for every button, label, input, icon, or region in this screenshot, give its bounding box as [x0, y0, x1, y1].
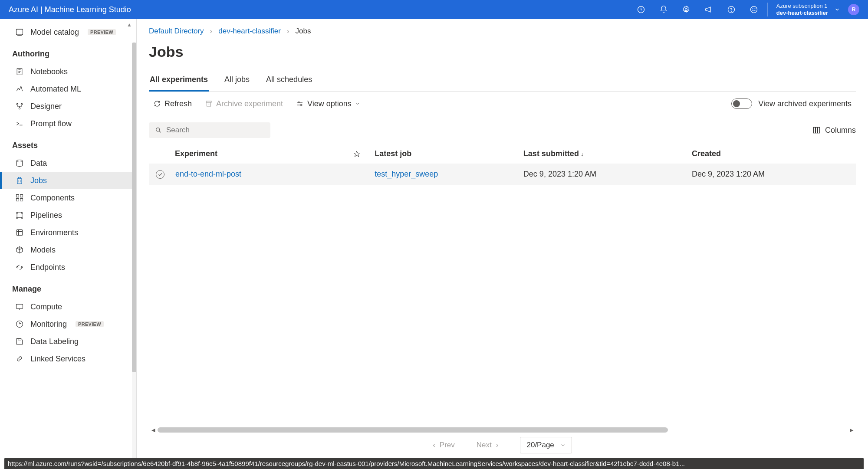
svg-point-6: [755, 9, 755, 9]
search-row: Columns: [149, 116, 856, 144]
labeling-icon: [15, 337, 24, 346]
sidebar-item-data-labeling[interactable]: Data Labeling: [0, 333, 136, 350]
svg-rect-21: [16, 230, 22, 235]
svg-point-17: [16, 212, 18, 213]
sidebar-item-environments[interactable]: Environments: [0, 224, 136, 241]
scrollbar-thumb[interactable]: [158, 427, 668, 433]
sidebar-item-label: Endpoints: [30, 263, 65, 272]
sidebar-section-manage: Manage: [0, 276, 136, 298]
sidebar-item-designer[interactable]: Designer: [0, 98, 136, 115]
monitoring-icon: [15, 319, 24, 329]
chevron-right-icon: ›: [496, 441, 499, 449]
view-options-button[interactable]: View options: [296, 99, 360, 108]
gear-icon[interactable]: [681, 5, 691, 14]
svg-point-4: [750, 7, 757, 13]
sidebar-item-automl[interactable]: Automated ML: [0, 80, 136, 98]
search-input[interactable]: [166, 126, 264, 134]
view-options-label: View options: [307, 99, 352, 108]
breadcrumb-root[interactable]: Default Directory: [149, 27, 204, 36]
experiments-table: Experiment Latest job Last submitted↓ Cr…: [149, 144, 856, 185]
sidebar-item-jobs[interactable]: Jobs: [0, 172, 136, 189]
workspace-label: dev-heart-classifier: [776, 10, 828, 16]
bell-icon[interactable]: [659, 5, 668, 14]
col-experiment[interactable]: Experiment: [149, 144, 349, 164]
sidebar-item-label: Environments: [30, 228, 78, 237]
sidebar-item-compute[interactable]: Compute: [0, 298, 136, 315]
tabs: All experiments All jobs All schedules: [149, 72, 856, 92]
sidebar-item-prompt-flow[interactable]: Prompt flow: [0, 115, 136, 132]
help-icon[interactable]: [727, 5, 736, 14]
jobs-icon: [15, 176, 24, 185]
sidebar-item-label: Linked Services: [30, 354, 85, 364]
pager: ‹ Prev Next › 20/Page: [149, 437, 856, 453]
sidebar-scrollbar-thumb[interactable]: [132, 43, 136, 372]
account-switcher[interactable]: Azure subscription 1 dev-heart-classifie…: [767, 3, 859, 16]
sidebar-item-linked-services[interactable]: Linked Services: [0, 350, 136, 367]
svg-rect-13: [16, 195, 19, 197]
subscription-label: Azure subscription 1: [776, 3, 828, 10]
created-cell: Dec 9, 2023 1:20 AM: [687, 164, 856, 185]
col-favorite[interactable]: [349, 144, 370, 164]
table-row[interactable]: end-to-end-ml-post test_hyper_sweep Dec …: [149, 164, 856, 185]
view-archived-toggle[interactable]: [731, 98, 752, 109]
sidebar-item-model-catalog[interactable]: Model catalog PREVIEW: [0, 23, 136, 41]
sidebar-section-assets: Assets: [0, 132, 136, 154]
sidebar-item-pipelines[interactable]: Pipelines: [0, 207, 136, 224]
preview-badge: PREVIEW: [76, 321, 104, 327]
prev-button[interactable]: ‹ Prev: [433, 441, 455, 449]
latest-job-link[interactable]: test_hyper_sweep: [375, 170, 438, 178]
sidebar-item-models[interactable]: Models: [0, 241, 136, 259]
link-icon: [15, 354, 24, 364]
refresh-button[interactable]: Refresh: [153, 99, 192, 108]
sidebar-item-label: Designer: [30, 102, 62, 111]
sidebar-item-data[interactable]: Data: [0, 154, 136, 172]
page-size-select[interactable]: 20/Page: [520, 437, 572, 453]
megaphone-icon[interactable]: [704, 5, 713, 14]
avatar[interactable]: R: [848, 4, 859, 15]
sidebar-item-label: Data: [30, 159, 47, 168]
scroll-up-icon[interactable]: ▲: [127, 22, 132, 28]
sidebar-item-components[interactable]: Components: [0, 189, 136, 207]
scroll-left-icon[interactable]: ◀: [151, 427, 155, 433]
col-last-submitted[interactable]: Last submitted↓: [519, 144, 687, 164]
svg-point-5: [753, 9, 753, 9]
scroll-right-icon[interactable]: ▶: [850, 427, 853, 433]
sidebar-item-label: Compute: [30, 302, 62, 312]
columns-button[interactable]: Columns: [812, 126, 856, 135]
chevron-right-icon: ›: [210, 27, 213, 36]
search-box[interactable]: [149, 122, 270, 138]
refresh-label: Refresh: [164, 99, 192, 108]
svg-rect-24: [16, 304, 23, 308]
clock-icon[interactable]: [636, 5, 646, 14]
svg-point-29: [156, 128, 160, 131]
archive-button: Archive experiment: [205, 99, 283, 108]
feedback-icon[interactable]: [749, 5, 759, 14]
col-latest-job[interactable]: Latest job: [370, 144, 519, 164]
automl-icon: [15, 84, 24, 94]
experiment-link[interactable]: end-to-end-ml-post: [175, 170, 241, 178]
columns-label: Columns: [825, 126, 856, 135]
svg-point-1: [685, 9, 687, 11]
breadcrumb-workspace[interactable]: dev-heart-classifier: [218, 27, 281, 36]
tab-all-experiments[interactable]: All experiments: [149, 72, 209, 92]
notebook-icon: [15, 67, 24, 76]
sidebar-item-endpoints[interactable]: Endpoints: [0, 259, 136, 276]
horizontal-scrollbar[interactable]: ◀ ▶: [149, 426, 856, 433]
col-created[interactable]: Created: [687, 144, 856, 164]
designer-icon: [15, 102, 24, 111]
sidebar-item-label: Pipelines: [30, 211, 62, 220]
sidebar-item-label: Data Labeling: [30, 337, 79, 346]
sliders-icon: [296, 100, 304, 108]
svg-rect-30: [813, 127, 815, 133]
chevron-down-icon: [355, 101, 360, 106]
svg-rect-14: [20, 195, 23, 197]
next-button[interactable]: Next ›: [477, 441, 499, 449]
tab-all-jobs[interactable]: All jobs: [224, 72, 250, 92]
sidebar-item-monitoring[interactable]: Monitoring PREVIEW: [0, 315, 136, 333]
breadcrumb: Default Directory › dev-heart-classifier…: [149, 27, 856, 36]
sidebar-item-label: Notebooks: [30, 67, 68, 76]
status-success-icon: [156, 170, 164, 179]
sidebar-item-notebooks[interactable]: Notebooks: [0, 63, 136, 80]
svg-point-12: [16, 160, 22, 162]
tab-all-schedules[interactable]: All schedules: [265, 72, 313, 92]
